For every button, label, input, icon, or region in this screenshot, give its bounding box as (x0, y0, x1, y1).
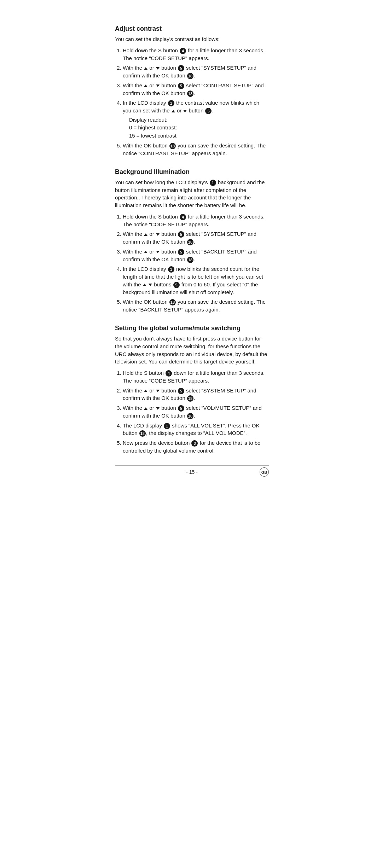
badge-4: 4 (180, 48, 186, 54)
section-list-global-volume: Hold the S button 4 down for a little lo… (115, 369, 269, 455)
list-item: With the or button 5 select "CONTRAST SE… (123, 82, 269, 97)
list-item: With the OK button 18 you can save the d… (123, 298, 269, 314)
badge-4: 4 (180, 214, 186, 220)
arrow-down-icon (149, 284, 152, 286)
list-item: Now press the device button 3 for the de… (123, 439, 269, 455)
list-item: Hold down the S button 4 for a little lo… (123, 47, 269, 62)
page-footer: - 15 - GB (115, 465, 269, 476)
section-title-background-illumination: Background Illumination (115, 167, 269, 176)
badge-4: 4 (166, 370, 172, 377)
arrow-up-icon (144, 390, 147, 392)
page-content: Adjust contrastYou can set the display's… (115, 24, 269, 455)
section-intro-adjust-contrast: You can set the display's contrast as fo… (115, 35, 269, 43)
badge-18: 18 (187, 413, 193, 419)
list-item: Hold down the S button 4 for a little lo… (123, 213, 269, 228)
list-item: Hold the S button 4 down for a little lo… (123, 369, 269, 385)
list-item: The LCD display 1 shows “ALL VOL SET”. P… (123, 422, 269, 437)
badge-1: 1 (164, 423, 170, 429)
arrow-down-icon (156, 233, 160, 236)
badge-5: 5 (178, 405, 184, 412)
arrow-up-icon (172, 110, 175, 112)
list-item: With the or button 5 select "SYSTEM SETU… (123, 230, 269, 246)
section-intro-global-volume: So that you don’t always have to first p… (115, 335, 269, 366)
arrow-down-icon (156, 85, 160, 87)
section-title-adjust-contrast: Adjust contrast (115, 24, 269, 33)
badge-5: 5 (178, 65, 184, 71)
badge-3: 3 (191, 440, 198, 447)
arrow-up-icon (144, 407, 147, 410)
arrow-down-icon (156, 251, 160, 253)
badge-5: 5 (178, 249, 184, 255)
list-item: With the or button 5 select “VOL/MUTE SE… (123, 404, 269, 420)
badge-18: 18 (187, 395, 193, 402)
list-item: With the OK button 18 you can save the d… (123, 142, 269, 157)
badge-18: 18 (169, 143, 176, 149)
badge-5: 5 (173, 282, 180, 288)
badge-18: 18 (187, 239, 193, 245)
arrow-up-icon (143, 284, 146, 286)
badge-18: 18 (139, 430, 146, 437)
arrow-down-icon (183, 110, 187, 112)
badge-1: 1 (210, 180, 216, 186)
badge-18: 18 (187, 73, 193, 79)
list-item: In the LCD display 1 the contrast value … (123, 99, 269, 140)
page-number: - 15 - (186, 468, 198, 476)
badge-5: 5 (205, 108, 212, 114)
section-title-global-volume: Setting the global volume/mute switching (115, 324, 269, 333)
lang-badge: GB (260, 467, 269, 477)
display-readout: Display readout: 0 = highest contrast:15… (129, 116, 269, 140)
arrow-up-icon (144, 251, 147, 253)
arrow-down-icon (156, 407, 160, 410)
arrow-up-icon (144, 85, 147, 87)
badge-18: 18 (187, 257, 193, 263)
badge-1: 1 (168, 266, 174, 273)
arrow-up-icon (144, 233, 147, 236)
badge-18: 18 (169, 299, 176, 305)
list-item: With the or button 5 select "BACKLIT SET… (123, 248, 269, 263)
badge-5: 5 (178, 231, 184, 238)
arrow-down-icon (156, 390, 160, 392)
section-list-adjust-contrast: Hold down the S button 4 for a little lo… (115, 47, 269, 157)
arrow-up-icon (144, 67, 147, 70)
badge-18: 18 (187, 91, 193, 97)
section-intro-background-illumination: You can set how long the LCD display's 1… (115, 179, 269, 209)
section-list-background-illumination: Hold down the S button 4 for a little lo… (115, 213, 269, 314)
arrow-down-icon (156, 67, 160, 70)
list-item: In the LCD display 1 now blinks the seco… (123, 265, 269, 296)
badge-5: 5 (178, 388, 184, 394)
list-item: With the or button 5 select “SYSTEM SETU… (123, 387, 269, 402)
badge-5: 5 (178, 83, 184, 89)
list-item: With the or button 5 select "SYSTEM SETU… (123, 64, 269, 80)
badge-1: 1 (168, 100, 174, 106)
